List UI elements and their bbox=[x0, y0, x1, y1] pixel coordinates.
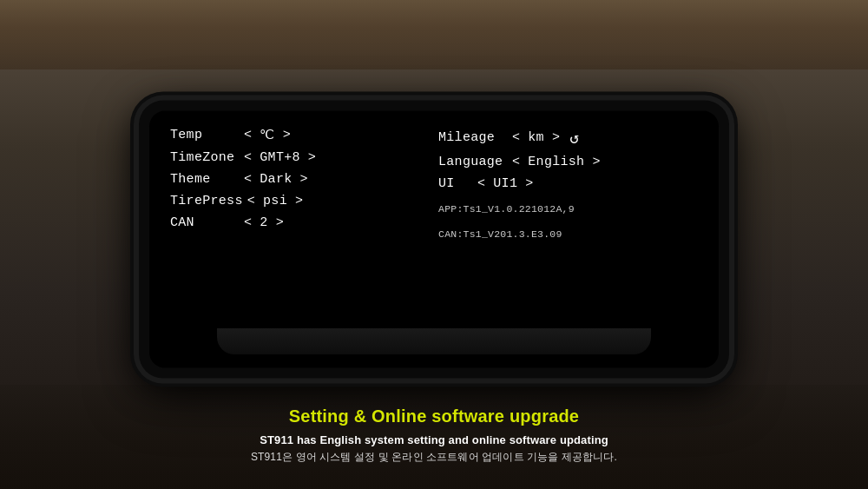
mileage-label: Mileage bbox=[438, 130, 508, 145]
left-column: Temp < ℃ > TimeZone < GMT+8 > Theme < Da… bbox=[170, 126, 430, 355]
tirepres-value: psi bbox=[263, 193, 287, 208]
theme-row: Theme < Dark > bbox=[170, 171, 430, 186]
tirepres-arrow-left[interactable]: < bbox=[247, 193, 255, 208]
timezone-arrow-right[interactable]: > bbox=[308, 149, 316, 164]
mileage-arrow-left[interactable]: < bbox=[512, 130, 520, 145]
can-arrow-left[interactable]: < bbox=[244, 215, 252, 229]
language-label: Language bbox=[438, 154, 508, 169]
mileage-value: km bbox=[528, 130, 544, 145]
temp-value: ℃ bbox=[260, 126, 274, 142]
can-label: CAN bbox=[170, 215, 240, 229]
right-column: Mileage < km > ↺ Language < English > UI… bbox=[438, 126, 698, 355]
ui-row: UI < UI1 > bbox=[438, 175, 698, 190]
tirepres-arrow-right[interactable]: > bbox=[295, 193, 303, 208]
can-row: CAN < 2 > bbox=[170, 215, 430, 229]
caption-title: Setting & Online software upgrade bbox=[289, 406, 579, 426]
caption-korean: ST911은 영어 시스템 설정 및 온라인 소프트웨어 업데이트 기능을 제공… bbox=[251, 450, 617, 465]
temp-arrow-right[interactable]: > bbox=[283, 127, 291, 142]
ui-label: UI bbox=[438, 175, 473, 190]
app-version: APP:Ts1_V1.0.221012A,9 bbox=[438, 201, 698, 215]
mileage-row: Mileage < km > ↺ bbox=[438, 128, 698, 147]
mileage-arrow-right[interactable]: > bbox=[552, 130, 560, 145]
theme-label: Theme bbox=[170, 171, 240, 186]
tirepres-row: TirePress < psi > bbox=[170, 193, 430, 208]
ui-value: UI1 bbox=[493, 175, 517, 190]
theme-value: Dark bbox=[260, 171, 292, 186]
timezone-row: TimeZone < GMT+8 > bbox=[170, 149, 430, 164]
ui-arrow-left[interactable]: < bbox=[477, 175, 485, 190]
caption-subtitle: ST911 has English system setting and onl… bbox=[260, 433, 608, 446]
can-value: 2 bbox=[260, 215, 267, 229]
temp-row: Temp < ℃ > bbox=[170, 126, 430, 142]
temp-label: Temp bbox=[170, 127, 240, 142]
timezone-value: GMT+8 bbox=[260, 149, 300, 164]
language-value: English bbox=[528, 154, 584, 169]
language-arrow-left[interactable]: < bbox=[512, 154, 520, 169]
tirepres-label: TirePress bbox=[170, 193, 243, 208]
theme-arrow-left[interactable]: < bbox=[244, 171, 252, 186]
language-row: Language < English > bbox=[438, 154, 698, 169]
can-version: CAN:Ts1_V201.3.E3.09 bbox=[438, 226, 698, 241]
theme-arrow-right[interactable]: > bbox=[300, 171, 308, 186]
caption-area: Setting & Online software upgrade ST911 … bbox=[0, 367, 868, 489]
timezone-label: TimeZone bbox=[170, 149, 240, 164]
reset-icon[interactable]: ↺ bbox=[569, 128, 579, 147]
timezone-arrow-left[interactable]: < bbox=[244, 149, 252, 164]
ui-arrow-right[interactable]: > bbox=[525, 175, 533, 190]
can-arrow-right[interactable]: > bbox=[276, 215, 284, 229]
language-arrow-right[interactable]: > bbox=[592, 154, 600, 169]
temp-arrow-left[interactable]: < bbox=[244, 127, 252, 142]
display-base bbox=[217, 328, 651, 354]
